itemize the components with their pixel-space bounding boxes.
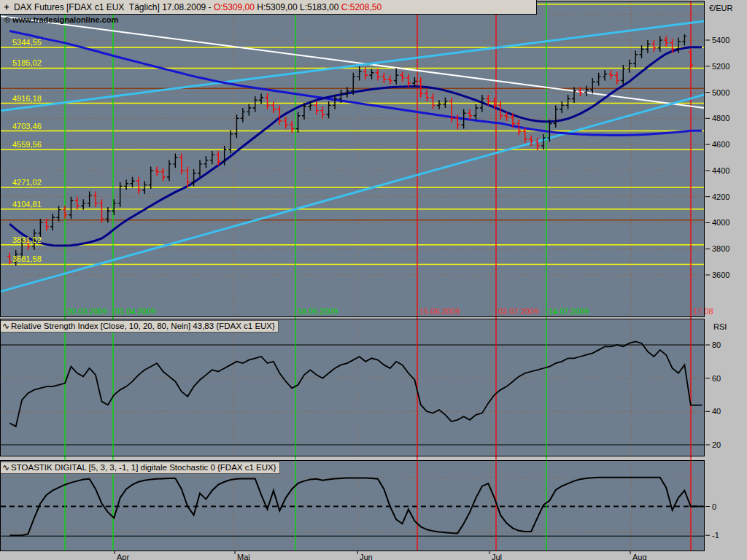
title-open-value: O:5309,00	[214, 2, 255, 12]
title-close-value: C:5208,50	[341, 2, 382, 12]
title-instrument: DAX Futures [FDAX c1 EUX Täglich] 17.08.…	[14, 2, 214, 12]
svg-text:40: 40	[712, 407, 721, 416]
svg-text:4703,46: 4703,46	[12, 122, 42, 131]
svg-text:Mai: Mai	[237, 553, 250, 560]
svg-text:60: 60	[712, 374, 721, 383]
svg-text:Apr: Apr	[117, 553, 129, 560]
svg-text:-1: -1	[712, 531, 719, 540]
price-axis-title: €/EUR	[709, 4, 732, 12]
stochastic-indicator-label[interactable]: ∿ STOASTIK DIGITAL [5, 3, 3, -1, 1] digi…	[1, 462, 280, 474]
svg-text:4600: 4600	[712, 140, 729, 149]
chart-title-bar[interactable]: + DAX Futures [FDAX c1 EUX Täglich] 17.0…	[0, 0, 537, 15]
svg-text:Jun: Jun	[360, 553, 373, 560]
svg-text:3600: 3600	[712, 271, 729, 279]
svg-text:20.03.2009: 20.03.2009	[67, 307, 107, 316]
rsi-axis-title: RSI	[713, 322, 727, 331]
svg-text:4400: 4400	[712, 166, 729, 175]
svg-text:Aug: Aug	[632, 553, 647, 560]
svg-text:3681,58: 3681,58	[12, 254, 42, 263]
indicator-wave-icon: ∿	[2, 321, 9, 331]
svg-text:5400: 5400	[712, 36, 729, 44]
stochastic-label-text: STOASTIK DIGITAL [5, 3, 3, -1, 1] digita…	[11, 462, 276, 472]
svg-text:4200: 4200	[712, 192, 729, 201]
svg-text:0: 0	[712, 502, 716, 511]
rsi-label-text: Relative Strength Index [Close, 10, 20, …	[11, 321, 275, 331]
title-high-low-values: H:5309,00 L:5183,00	[255, 2, 341, 12]
svg-text:18.05.2009: 18.05.2009	[298, 307, 338, 316]
rsi-indicator-label[interactable]: ∿ Relative Strength Index [Close, 10, 20…	[1, 320, 279, 332]
svg-text:4559,56: 4559,56	[12, 140, 42, 149]
svg-text:4916,18: 4916,18	[12, 94, 42, 103]
trading-app-window: 5344,555185,024916,184703,464559,564271,…	[0, 0, 747, 560]
svg-text:5344,55: 5344,55	[12, 38, 42, 47]
svg-text:5185,02: 5185,02	[12, 58, 42, 67]
svg-text:4271,02: 4271,02	[12, 178, 42, 187]
svg-text:3800: 3800	[712, 244, 729, 253]
svg-text:5200: 5200	[712, 62, 729, 71]
svg-text:20: 20	[712, 440, 721, 449]
chart-canvas[interactable]: 5344,555185,024916,184703,464559,564271,…	[0, 0, 747, 560]
svg-text:17.08: 17.08	[693, 307, 713, 316]
indicator-wave-icon: ∿	[2, 462, 9, 472]
svg-text:80: 80	[712, 341, 721, 349]
svg-text:14.07.2009: 14.07.2009	[549, 307, 589, 316]
svg-text:4800: 4800	[712, 114, 729, 122]
watermark: © www.tradesignalonline.com	[4, 15, 118, 24]
svg-text:4000: 4000	[712, 218, 729, 227]
svg-text:15.06.2009: 15.06.2009	[419, 307, 460, 316]
svg-text:4104,81: 4104,81	[12, 200, 42, 209]
svg-text:01.04.2009: 01.04.2009	[115, 307, 155, 316]
svg-text:5000: 5000	[712, 88, 729, 97]
svg-text:02.07.2009: 02.07.2009	[498, 307, 538, 316]
svg-text:3831,02: 3831,02	[12, 236, 42, 244]
crosshair-icon: +	[1, 2, 12, 12]
svg-text:Jul: Jul	[492, 553, 502, 560]
